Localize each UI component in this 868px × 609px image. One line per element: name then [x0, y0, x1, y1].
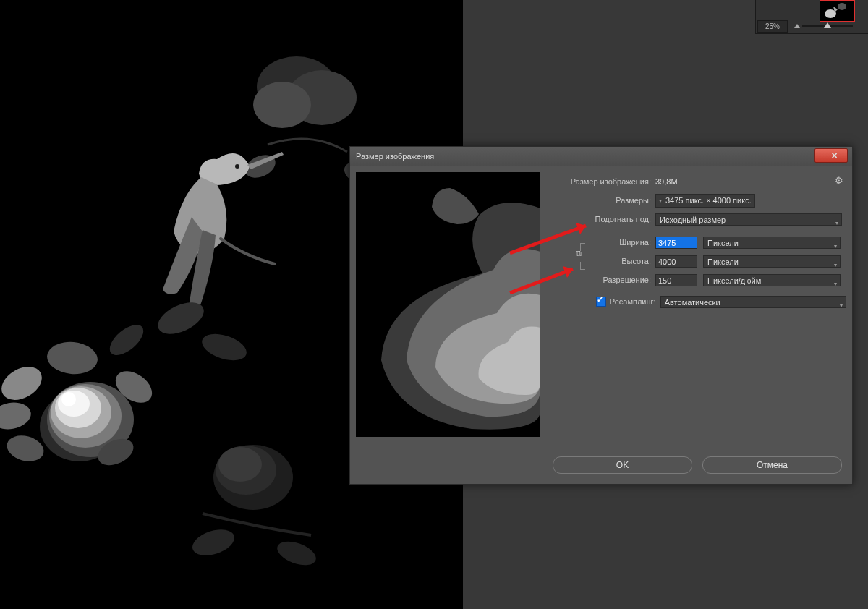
chevron-down-icon: ▾: [834, 259, 837, 271]
resample-select[interactable]: Автоматически▾: [660, 296, 846, 308]
chevron-down-icon: ▾: [834, 278, 837, 290]
dialog-titlebar[interactable]: Размер изображения ✕: [350, 147, 852, 166]
svg-point-6: [235, 164, 239, 169]
close-icon: ✕: [831, 151, 838, 161]
fit-to-select[interactable]: Исходный размер▾: [655, 213, 842, 226]
size-label: Размер изображения:: [551, 177, 655, 186]
zoom-slider[interactable]: [802, 25, 853, 27]
svg-point-3: [253, 82, 311, 128]
chevron-down-icon: ▾: [834, 240, 837, 252]
svg-point-13: [61, 392, 76, 406]
constrain-proportions-icon[interactable]: ⧉: [576, 249, 582, 258]
svg-rect-28: [820, 1, 854, 21]
zoom-value-input[interactable]: 25%: [757, 20, 788, 33]
resample-label: Ресамплинг:: [610, 297, 660, 306]
fit-to-label: Подогнать под:: [551, 215, 655, 223]
gear-icon[interactable]: ⚙: [835, 175, 843, 186]
width-label: Ширина:: [551, 238, 655, 247]
preview-thumbnail[interactable]: [356, 172, 540, 437]
width-unit-select[interactable]: Пиксели▾: [703, 237, 841, 249]
zoom-slider-handle[interactable]: [824, 22, 831, 28]
chevron-down-icon: ▾: [840, 299, 843, 312]
cancel-button[interactable]: Отмена: [702, 456, 842, 474]
height-input[interactable]: 4000: [655, 255, 697, 268]
link-bracket-bottom: [580, 262, 585, 270]
width-input[interactable]: 3475: [655, 237, 697, 249]
height-unit-select[interactable]: Пиксели▾: [703, 255, 841, 268]
dimensions-label: Размеры:: [551, 196, 655, 205]
ok-button[interactable]: OK: [553, 456, 692, 474]
dialog-title-text: Размер изображения: [356, 152, 434, 161]
resample-checkbox[interactable]: [596, 297, 606, 307]
resolution-label: Разрешение:: [551, 276, 655, 284]
image-size-dialog: Размер изображения ✕ ⚙ Размер изображени…: [349, 146, 853, 485]
zoom-out-icon[interactable]: [794, 24, 800, 28]
svg-point-22: [218, 447, 262, 482]
resolution-unit-select[interactable]: Пиксели/дюйм▾: [703, 274, 841, 286]
size-value: 39,8M: [655, 177, 678, 186]
chevron-down-icon: ▾: [659, 195, 662, 207]
chevron-down-icon: ▾: [835, 217, 838, 229]
close-button[interactable]: ✕: [814, 148, 848, 163]
resolution-input[interactable]: 150: [655, 274, 697, 286]
dimensions-display[interactable]: ▾ 3475 пикс. × 4000 пикс.: [655, 194, 755, 208]
navigator-thumbnail[interactable]: [820, 0, 855, 22]
height-label: Высота:: [551, 257, 655, 265]
navigator-panel: 25%: [755, 0, 868, 34]
svg-point-30: [838, 3, 846, 10]
